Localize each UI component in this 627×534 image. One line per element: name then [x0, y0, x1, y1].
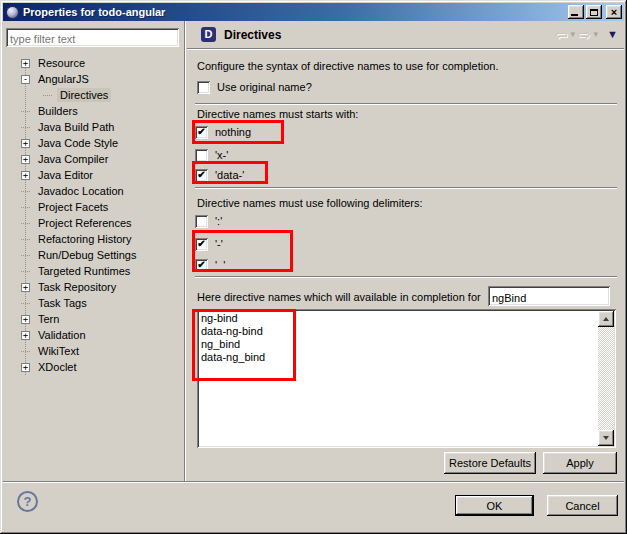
tree-item[interactable]: Task Tags: [3, 295, 183, 311]
annotation-box-delimiters: [192, 230, 293, 272]
tree-item-label: Java Code Style: [35, 136, 121, 150]
use-original-checkbox-row[interactable]: Use original name?: [197, 79, 312, 95]
apply-button[interactable]: Apply: [543, 452, 617, 474]
annotation-box-nothing: [192, 120, 284, 144]
properties-dialog: Properties for todo-angular × + Resource…: [0, 0, 627, 534]
tree-expander-icon[interactable]: [21, 223, 30, 224]
tree-item[interactable]: Targeted Runtimes: [3, 263, 183, 279]
properties-tree: + Resource - AngularJS Directives Builde…: [3, 55, 183, 481]
delimiter-option-label: ':': [215, 215, 222, 227]
view-menu-icon[interactable]: ▼: [607, 29, 618, 40]
starts-with-label: Directive names must starts with:: [197, 108, 358, 120]
app-icon: [6, 6, 19, 19]
delimiter-option-row[interactable]: ':': [195, 213, 222, 229]
use-original-checkbox[interactable]: [197, 81, 210, 94]
completion-input[interactable]: [488, 286, 610, 306]
scroll-down-icon: [603, 436, 609, 440]
header-separator: [187, 48, 624, 50]
tree-expander-icon[interactable]: +: [21, 331, 30, 340]
tree-item-label: Project References: [35, 216, 135, 230]
close-button[interactable]: ×: [606, 5, 622, 19]
tree-item[interactable]: + Java Code Style: [3, 135, 183, 151]
tree-item[interactable]: Java Build Path: [3, 119, 183, 135]
tree-item-label: Refactoring History: [35, 232, 135, 246]
use-original-label: Use original name?: [217, 81, 312, 93]
tree-item-label: Targeted Runtimes: [35, 264, 133, 278]
tree-item-label: XDoclet: [35, 360, 80, 374]
footer-separator: [3, 481, 624, 483]
tree-expander-icon[interactable]: [21, 127, 30, 128]
tree-item[interactable]: WikiText: [3, 343, 183, 359]
forward-dropdown-icon[interactable]: ▾: [594, 30, 599, 39]
close-icon: ×: [611, 7, 617, 17]
tree-item[interactable]: Project References: [3, 215, 183, 231]
tree-expander-icon[interactable]: +: [21, 283, 30, 292]
tree-item[interactable]: + Java Compiler: [3, 151, 183, 167]
starts-with-checkbox[interactable]: [195, 149, 208, 162]
back-arrow-icon[interactable]: ⇦: [555, 29, 568, 41]
tree-expander-icon[interactable]: [21, 271, 30, 272]
tree-item[interactable]: Project Facets: [3, 199, 183, 215]
filter-input[interactable]: [6, 28, 179, 47]
separator: [195, 103, 617, 105]
tree-expander-icon[interactable]: [21, 351, 30, 352]
tree-item-label: Builders: [35, 104, 81, 118]
tree-expander-icon[interactable]: [21, 111, 30, 112]
tree-item[interactable]: + Tern: [3, 311, 183, 327]
tree-item-label: Task Tags: [35, 296, 90, 310]
tree-expander-icon[interactable]: [21, 255, 30, 256]
tree-item[interactable]: Javadoc Location: [3, 183, 183, 199]
tree-item-label: Directives: [57, 88, 111, 102]
tree-expander-icon[interactable]: [21, 303, 30, 304]
scroll-down-button[interactable]: [598, 430, 614, 446]
tree-item[interactable]: + Validation: [3, 327, 183, 343]
window-title: Properties for todo-angular: [23, 6, 568, 18]
tree-item[interactable]: Refactoring History: [3, 231, 183, 247]
annotation-box-list: [192, 309, 296, 381]
separator: [195, 187, 617, 189]
tree-expander-icon[interactable]: +: [21, 139, 30, 148]
tree-expander-icon[interactable]: [21, 239, 30, 240]
directives-icon: D: [201, 27, 216, 42]
tree-item[interactable]: + Java Editor: [3, 167, 183, 183]
tree-item[interactable]: Run/Debug Settings: [3, 247, 183, 263]
tree-item[interactable]: + Task Repository: [3, 279, 183, 295]
forward-arrow-icon[interactable]: ⇨: [578, 29, 591, 41]
panel-divider[interactable]: [184, 21, 186, 481]
tree-item[interactable]: + Resource: [3, 55, 183, 71]
tree-expander-icon[interactable]: +: [21, 155, 30, 164]
tree-expander-icon[interactable]: +: [21, 363, 30, 372]
tree-expander-icon[interactable]: [43, 95, 52, 96]
tree-expander-icon[interactable]: [21, 191, 30, 192]
annotation-box-data: [192, 161, 268, 184]
delimiter-checkbox[interactable]: [195, 215, 208, 228]
title-bar[interactable]: Properties for todo-angular ×: [3, 3, 624, 21]
tree-item[interactable]: Builders: [3, 103, 183, 119]
tree-expander-icon[interactable]: +: [21, 171, 30, 180]
restore-defaults-button[interactable]: Restore Defaults: [444, 452, 536, 474]
list-scrollbar[interactable]: [598, 311, 614, 446]
tree-expander-icon[interactable]: [21, 207, 30, 208]
scroll-up-button[interactable]: [598, 311, 614, 327]
tree-expander-icon[interactable]: -: [21, 75, 30, 84]
tree-item[interactable]: Directives: [3, 87, 183, 103]
sidebar: + Resource - AngularJS Directives Builde…: [3, 21, 184, 481]
cancel-button[interactable]: Cancel: [547, 495, 618, 516]
tree-item[interactable]: - AngularJS: [3, 71, 183, 87]
panel-header: D Directives ⇦ ▾ ⇨ ▾ ▼: [187, 21, 624, 48]
tree-item-label: Java Build Path: [35, 120, 117, 134]
maximize-icon: [590, 9, 598, 16]
starts-with-option-label: 'x-': [215, 149, 228, 161]
tree-item[interactable]: + XDoclet: [3, 359, 183, 375]
separator: [195, 276, 617, 278]
tree-expander-icon[interactable]: +: [21, 315, 30, 324]
maximize-button[interactable]: [586, 5, 602, 19]
description-text: Configure the syntax of directive names …: [197, 60, 498, 72]
tree-expander-icon[interactable]: +: [21, 59, 30, 68]
tree-item-label: Resource: [35, 56, 88, 70]
back-dropdown-icon[interactable]: ▾: [570, 30, 575, 39]
help-button[interactable]: ?: [17, 491, 38, 512]
tree-item-label: WikiText: [35, 344, 82, 358]
ok-button[interactable]: OK: [455, 495, 534, 516]
minimize-button[interactable]: [568, 5, 584, 19]
